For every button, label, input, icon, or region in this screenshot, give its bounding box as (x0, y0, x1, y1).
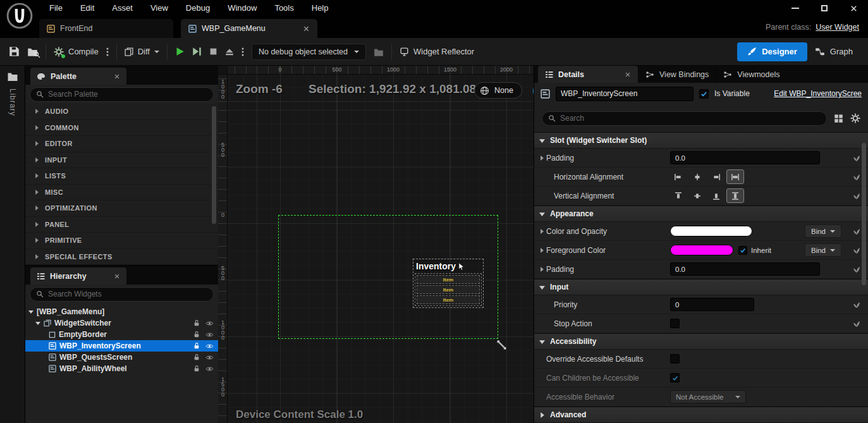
palette-category-misc[interactable]: MISC (25, 185, 218, 201)
halign-right-button[interactable] (708, 170, 724, 183)
widget-name-input[interactable] (556, 87, 694, 101)
unreal-engine-logo-icon[interactable] (6, 2, 34, 30)
tab-frontend[interactable]: FrontEnd (39, 19, 173, 38)
expander-icon[interactable] (34, 141, 39, 146)
override-accessible-defaults-checkbox[interactable] (670, 354, 680, 364)
designer-mode-button[interactable]: Designer (737, 42, 807, 61)
menu-edit[interactable]: Edit (71, 0, 103, 16)
palette-category-optimization[interactable]: OPTIMIZATION (25, 200, 218, 217)
section-slot[interactable]: Slot (Widget Switcher Slot) (534, 132, 868, 149)
foreground-color-swatch[interactable] (670, 245, 733, 255)
visibility-eye-icon[interactable] (205, 332, 214, 338)
save-button[interactable] (9, 46, 20, 57)
menu-file[interactable]: File (40, 0, 71, 16)
hierarchy-close-button[interactable] (114, 273, 120, 279)
priority-value-input[interactable]: 0 (670, 298, 754, 311)
visibility-eye-icon[interactable] (205, 343, 214, 349)
settings-gear-icon[interactable] (850, 113, 860, 123)
visibility-eye-icon[interactable] (205, 366, 214, 372)
hierarchy-item-widgetswitcher[interactable]: WidgetSwitcher (25, 317, 218, 329)
expander-icon[interactable] (537, 248, 546, 253)
section-input[interactable]: Input (534, 279, 868, 295)
expander-icon[interactable] (34, 157, 39, 162)
menu-help[interactable]: Help (303, 0, 338, 16)
hierarchy-search[interactable] (30, 287, 214, 302)
menu-window[interactable]: Window (219, 0, 266, 16)
can-children-accessible-checkbox[interactable] (670, 373, 680, 383)
widget-reflector-button[interactable]: Widget Reflector (400, 47, 474, 56)
inherit-checkbox[interactable] (738, 246, 747, 255)
close-button[interactable] (839, 0, 868, 16)
padding-value-input[interactable]: 0.0 (670, 151, 820, 164)
palette-category-editor[interactable]: EDITOR (25, 136, 218, 152)
animate-property-icon[interactable] (845, 320, 868, 328)
minimize-button[interactable] (781, 0, 810, 16)
expander-icon[interactable] (34, 222, 39, 227)
debug-object-dropdown[interactable]: No debug object selected (252, 44, 366, 60)
palette-category-primitive[interactable]: PRIMITIVE (25, 233, 218, 249)
play-button[interactable] (175, 47, 185, 56)
lock-icon[interactable] (193, 319, 200, 327)
display-filter-grid-icon[interactable] (834, 114, 843, 123)
stop-action-checkbox[interactable] (670, 319, 680, 328)
palette-search-input[interactable] (48, 90, 207, 99)
expander-icon[interactable] (537, 267, 546, 272)
menu-asset[interactable]: Asset (103, 0, 142, 16)
expander-icon[interactable] (34, 254, 39, 259)
expander-icon[interactable] (28, 309, 34, 314)
menu-debug[interactable]: Debug (177, 0, 219, 16)
palette-category-special-effects[interactable]: SPECIAL EFFECTS (25, 249, 218, 266)
edit-widget-link[interactable]: Edit WBP_InventoryScree (774, 89, 862, 98)
hierarchy-item-emptyborder[interactable]: EmptyBorder (25, 329, 218, 340)
expander-icon[interactable] (34, 173, 39, 178)
expander-icon[interactable] (537, 229, 546, 234)
browse-debug-object-button[interactable] (374, 47, 384, 56)
inventory-widget-preview[interactable]: Inventory Item Item Item (413, 259, 484, 308)
frame-skip-button[interactable] (192, 47, 202, 56)
expander-icon[interactable] (34, 125, 39, 130)
resize-handle-icon[interactable] (496, 339, 508, 351)
content-drawer-folder-icon[interactable] (7, 71, 18, 81)
palette-category-lists[interactable]: LISTS (25, 168, 218, 185)
tab-viewmodels[interactable]: Viewmodels (716, 66, 786, 83)
halign-fill-button[interactable] (727, 170, 743, 183)
color-opacity-bind-button[interactable]: Bind (805, 224, 841, 238)
expander-icon[interactable] (34, 190, 39, 195)
play-options-button[interactable] (241, 47, 244, 56)
details-search-input[interactable] (560, 114, 821, 123)
accessible-behavior-dropdown[interactable]: Not Accessible (670, 390, 746, 403)
selection-outline[interactable]: Inventory Item Item Item (278, 215, 498, 339)
tab-details[interactable]: Details (538, 66, 638, 83)
expander-icon[interactable] (34, 109, 39, 114)
hierarchy-search-input[interactable] (48, 290, 207, 298)
hierarchy-item-wbp-gamemenu-root[interactable]: [WBP_GameMenu] (25, 306, 218, 317)
section-appearance[interactable]: Appearance (534, 205, 868, 222)
tab-close-button[interactable] (303, 25, 310, 32)
expander-icon[interactable] (34, 205, 39, 211)
anchor-dropdown[interactable]: None (474, 82, 522, 99)
palette-scrollbar[interactable] (212, 106, 216, 224)
hierarchy-item-wbp-abilitywheel[interactable]: WBP_AbilityWheel (25, 363, 218, 374)
visibility-eye-icon[interactable] (205, 355, 214, 360)
details-close-button[interactable] (625, 71, 631, 78)
valign-bottom-button[interactable] (708, 189, 724, 202)
hierarchy-item-wbp-inventoryscreen[interactable]: WBP_InventoryScreen (25, 340, 218, 352)
lock-icon[interactable] (193, 365, 200, 372)
stop-button[interactable] (209, 47, 217, 56)
section-accessibility[interactable]: Accessibility (534, 333, 868, 350)
color-opacity-swatch[interactable] (670, 226, 752, 236)
graph-mode-button[interactable]: Graph (815, 47, 853, 56)
palette-search[interactable] (30, 87, 214, 102)
palette-category-input[interactable]: INPUT (25, 152, 218, 169)
design-surface[interactable]: Zoom -6 Selection: 1,921.92 x 1,081.08 N… (228, 75, 534, 423)
compile-options-button[interactable] (106, 47, 109, 56)
lock-icon[interactable] (193, 331, 200, 338)
details-scrollbar[interactable] (862, 143, 866, 285)
tab-palette[interactable]: Palette (30, 68, 126, 85)
palette-category-common[interactable]: COMMON (25, 120, 218, 137)
animate-property-icon[interactable] (845, 301, 868, 309)
valign-top-button[interactable] (670, 189, 687, 202)
visibility-eye-icon[interactable] (205, 321, 214, 326)
menu-tools[interactable]: Tools (266, 0, 302, 16)
parent-class-link[interactable]: User Widget (816, 23, 859, 32)
